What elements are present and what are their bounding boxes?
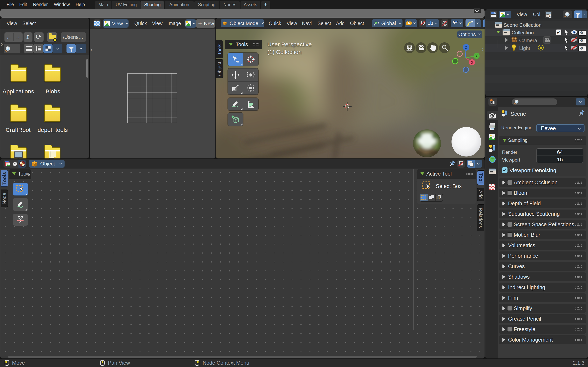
svg-text:Z: Z bbox=[465, 45, 467, 50]
svg-text:X: X bbox=[471, 60, 474, 65]
svg-text:Y: Y bbox=[475, 54, 478, 58]
